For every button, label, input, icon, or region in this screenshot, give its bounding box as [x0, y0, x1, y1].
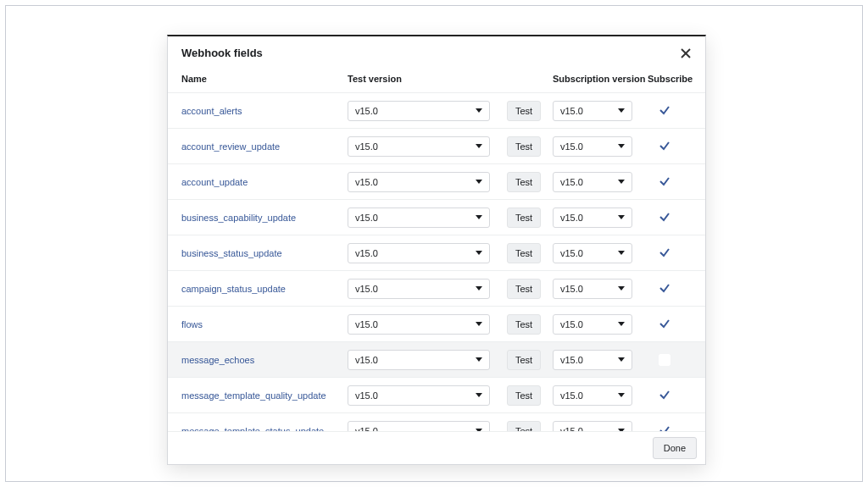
test-version-dropdown[interactable]: v15.0 — [348, 350, 490, 370]
subscription-version-dropdown[interactable]: v15.0 — [553, 421, 632, 432]
webhook-fields-modal: Webhook fields Name Test version Subscri… — [167, 35, 706, 465]
subscription-version-dropdown[interactable]: v15.0 — [553, 136, 632, 157]
test-version-dropdown[interactable]: v15.0 — [348, 136, 490, 157]
test-button[interactable]: Test — [507, 243, 541, 263]
subscription-version-dropdown[interactable]: v15.0 — [553, 101, 632, 121]
dropdown-value: v15.0 — [355, 426, 378, 432]
check-icon[interactable] — [659, 175, 670, 189]
table-row: campaign_status_updatev15.0Testv15.0 — [168, 271, 705, 307]
modal-footer: Done — [168, 431, 705, 464]
dropdown-value: v15.0 — [560, 355, 583, 365]
modal-header: Webhook fields — [168, 36, 705, 64]
dropdown-value: v15.0 — [560, 213, 583, 223]
chevron-down-icon — [476, 144, 482, 148]
chevron-down-icon — [618, 144, 625, 148]
chevron-down-icon — [618, 393, 625, 397]
test-version-dropdown[interactable]: v15.0 — [348, 385, 490, 406]
chevron-down-icon — [618, 215, 625, 219]
test-button[interactable]: Test — [507, 314, 541, 335]
field-name-link[interactable]: business_capability_update — [181, 213, 296, 223]
chevron-down-icon — [476, 393, 482, 397]
dropdown-value: v15.0 — [560, 390, 583, 401]
dropdown-value: v15.0 — [355, 106, 378, 116]
table-row: flowsv15.0Testv15.0 — [168, 307, 705, 342]
check-icon[interactable] — [659, 104, 670, 118]
chevron-down-icon — [618, 108, 625, 113]
chevron-down-icon — [618, 322, 625, 326]
check-icon[interactable] — [659, 424, 670, 432]
chevron-down-icon — [618, 286, 625, 291]
field-name-link[interactable]: flows — [181, 319, 203, 329]
check-icon[interactable] — [659, 389, 670, 402]
chevron-down-icon — [618, 429, 625, 431]
check-icon[interactable] — [659, 318, 670, 331]
chevron-down-icon — [476, 108, 482, 113]
subscribe-checkbox[interactable] — [659, 354, 670, 366]
test-button[interactable]: Test — [507, 385, 541, 406]
test-button[interactable]: Test — [507, 136, 541, 157]
test-button[interactable]: Test — [507, 208, 541, 228]
field-name-link[interactable]: message_template_quality_update — [181, 390, 326, 401]
test-button[interactable]: Test — [507, 350, 541, 370]
field-name-link[interactable]: business_status_update — [181, 248, 282, 258]
chevron-down-icon — [618, 251, 625, 255]
webhook-table: Name Test version Subscription version S… — [168, 64, 705, 431]
chevron-down-icon — [476, 429, 482, 431]
dropdown-value: v15.0 — [355, 390, 378, 401]
test-button[interactable]: Test — [507, 101, 541, 121]
subscription-version-dropdown[interactable]: v15.0 — [553, 172, 632, 192]
test-button[interactable]: Test — [507, 279, 541, 299]
table-header-row: Name Test version Subscription version S… — [168, 64, 705, 93]
close-icon[interactable] — [680, 47, 692, 59]
field-name-link[interactable]: account_review_update — [181, 141, 280, 152]
dropdown-value: v15.0 — [560, 248, 583, 258]
field-name-link[interactable]: message_template_status_update — [181, 426, 324, 432]
check-icon[interactable] — [659, 211, 670, 224]
test-version-dropdown[interactable]: v15.0 — [348, 208, 490, 228]
dropdown-value: v15.0 — [560, 141, 583, 152]
done-button[interactable]: Done — [653, 437, 697, 459]
chevron-down-icon — [476, 215, 482, 219]
dropdown-value: v15.0 — [560, 319, 583, 329]
subscription-version-dropdown[interactable]: v15.0 — [553, 385, 632, 406]
table-row: message_template_quality_updatev15.0Test… — [168, 378, 705, 413]
table-row: account_review_updatev15.0Testv15.0 — [168, 129, 705, 164]
subscription-version-dropdown[interactable]: v15.0 — [553, 208, 632, 228]
field-name-link[interactable]: campaign_status_update — [181, 284, 286, 294]
subscription-version-dropdown[interactable]: v15.0 — [553, 314, 632, 335]
col-header-test: Test version — [348, 74, 507, 84]
check-icon[interactable] — [659, 246, 670, 260]
test-button[interactable]: Test — [507, 421, 541, 432]
dropdown-value: v15.0 — [355, 355, 378, 365]
subscription-version-dropdown[interactable]: v15.0 — [553, 279, 632, 299]
chevron-down-icon — [618, 180, 625, 184]
field-name-link[interactable]: message_echoes — [181, 355, 254, 365]
modal-title: Webhook fields — [181, 47, 263, 59]
chevron-down-icon — [476, 286, 482, 291]
col-header-sub: Subscription version — [553, 74, 648, 84]
field-name-link[interactable]: account_alerts — [181, 106, 242, 116]
check-icon[interactable] — [659, 140, 670, 153]
col-header-subscribe: Subscribe — [648, 74, 693, 84]
table-row: message_template_status_updatev15.0Testv… — [168, 413, 705, 431]
test-button[interactable]: Test — [507, 172, 541, 192]
subscription-version-dropdown[interactable]: v15.0 — [553, 350, 632, 370]
dropdown-value: v15.0 — [560, 284, 583, 294]
test-version-dropdown[interactable]: v15.0 — [348, 421, 490, 432]
test-version-dropdown[interactable]: v15.0 — [348, 279, 490, 299]
dropdown-value: v15.0 — [355, 141, 378, 152]
test-version-dropdown[interactable]: v15.0 — [348, 314, 490, 335]
dropdown-value: v15.0 — [355, 319, 378, 329]
field-name-link[interactable]: account_update — [181, 177, 248, 187]
check-icon[interactable] — [659, 282, 670, 296]
dropdown-value: v15.0 — [355, 284, 378, 294]
test-version-dropdown[interactable]: v15.0 — [348, 172, 490, 192]
chevron-down-icon — [618, 357, 625, 362]
page-frame: Webhook fields Name Test version Subscri… — [5, 5, 863, 482]
subscription-version-dropdown[interactable]: v15.0 — [553, 243, 632, 263]
test-version-dropdown[interactable]: v15.0 — [348, 101, 490, 121]
chevron-down-icon — [476, 180, 482, 184]
table-row: account_alertsv15.0Testv15.0 — [168, 93, 705, 129]
dropdown-value: v15.0 — [355, 213, 378, 223]
test-version-dropdown[interactable]: v15.0 — [348, 243, 490, 263]
